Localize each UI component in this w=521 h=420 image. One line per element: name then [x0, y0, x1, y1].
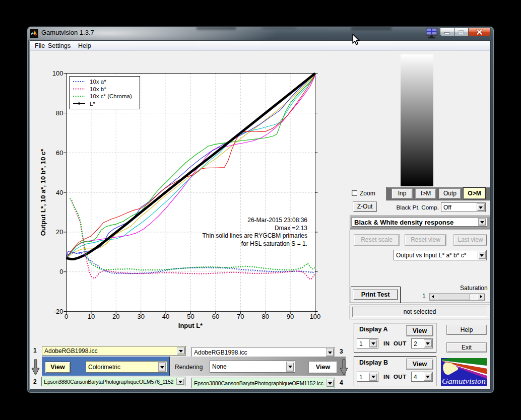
svg-text:10x b*: 10x b* — [90, 86, 106, 92]
svg-text:80: 80 — [56, 109, 63, 117]
svg-text:60: 60 — [56, 149, 63, 157]
svg-text:for HSL saturation S = 1.: for HSL saturation S = 1. — [241, 240, 307, 247]
svg-text:40: 40 — [56, 189, 63, 196]
svg-text:50: 50 — [187, 313, 194, 320]
svg-text:20: 20 — [56, 228, 63, 236]
svg-text:10: 10 — [88, 313, 95, 320]
svg-text:Gamutvision: Gamutvision — [442, 377, 486, 385]
svg-text:0: 0 — [59, 268, 63, 275]
svg-text:Thin solid lines are RYGCBM pr: Thin solid lines are RYGCBM primaries — [202, 232, 307, 239]
svg-text:90: 90 — [287, 313, 294, 320]
svg-text:Dmax =2.13: Dmax =2.13 — [275, 225, 307, 232]
svg-text:-20: -20 — [54, 308, 63, 315]
svg-text:26-Mar-2015 23:08:36: 26-Mar-2015 23:08:36 — [247, 217, 307, 224]
svg-text:0: 0 — [64, 313, 68, 320]
svg-text:100: 100 — [52, 69, 63, 77]
svg-text:Output L*, 10 a*, 10 b*, 10 c*: Output L*, 10 a*, 10 b*, 10 c* — [39, 149, 47, 236]
svg-text:30: 30 — [137, 313, 144, 320]
svg-text:Input L*: Input L* — [178, 322, 203, 329]
svg-text:40: 40 — [162, 313, 169, 320]
svg-text:80: 80 — [262, 313, 269, 320]
svg-text:70: 70 — [237, 313, 244, 320]
svg-text:100: 100 — [310, 313, 321, 320]
svg-text:L*: L* — [90, 101, 95, 107]
svg-text:10x a*: 10x a* — [90, 79, 106, 85]
svg-text:60: 60 — [212, 313, 219, 320]
svg-text:10x c* (Chroma): 10x c* (Chroma) — [90, 93, 132, 99]
svg-text:20: 20 — [112, 313, 119, 320]
